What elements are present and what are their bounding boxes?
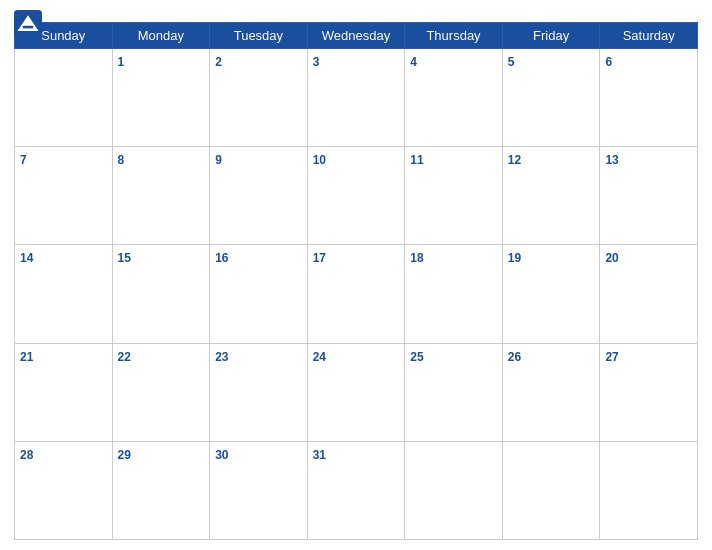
day-number: 30	[215, 448, 228, 462]
calendar-cell: 3	[307, 49, 405, 147]
calendar-cell	[15, 49, 113, 147]
calendar-cell: 5	[502, 49, 600, 147]
logo	[14, 10, 44, 38]
calendar-cell	[405, 441, 503, 539]
calendar-cell: 21	[15, 343, 113, 441]
calendar-cell: 26	[502, 343, 600, 441]
day-number: 15	[118, 251, 131, 265]
day-number: 27	[605, 350, 618, 364]
day-number: 22	[118, 350, 131, 364]
day-number: 21	[20, 350, 33, 364]
week-row-2: 78910111213	[15, 147, 698, 245]
day-header-wednesday: Wednesday	[307, 23, 405, 49]
day-number: 6	[605, 55, 612, 69]
calendar-cell: 10	[307, 147, 405, 245]
calendar-table: SundayMondayTuesdayWednesdayThursdayFrid…	[14, 22, 698, 540]
calendar-cell: 6	[600, 49, 698, 147]
day-number: 11	[410, 153, 423, 167]
day-header-monday: Monday	[112, 23, 210, 49]
day-number: 5	[508, 55, 515, 69]
calendar-cell: 16	[210, 245, 308, 343]
calendar-cell: 8	[112, 147, 210, 245]
day-number: 9	[215, 153, 222, 167]
day-number: 12	[508, 153, 521, 167]
day-number: 23	[215, 350, 228, 364]
calendar-header	[14, 10, 698, 18]
calendar-wrapper: SundayMondayTuesdayWednesdayThursdayFrid…	[0, 0, 712, 550]
calendar-cell: 20	[600, 245, 698, 343]
day-number: 2	[215, 55, 222, 69]
calendar-cell: 27	[600, 343, 698, 441]
logo-icon	[14, 10, 42, 38]
week-row-4: 21222324252627	[15, 343, 698, 441]
calendar-cell: 2	[210, 49, 308, 147]
day-header-thursday: Thursday	[405, 23, 503, 49]
calendar-cell: 1	[112, 49, 210, 147]
days-header-row: SundayMondayTuesdayWednesdayThursdayFrid…	[15, 23, 698, 49]
calendar-cell: 30	[210, 441, 308, 539]
day-number: 7	[20, 153, 27, 167]
day-number: 1	[118, 55, 125, 69]
day-number: 16	[215, 251, 228, 265]
calendar-cell: 15	[112, 245, 210, 343]
calendar-cell: 12	[502, 147, 600, 245]
calendar-cell: 31	[307, 441, 405, 539]
calendar-cell	[502, 441, 600, 539]
calendar-cell: 7	[15, 147, 113, 245]
calendar-cell: 19	[502, 245, 600, 343]
week-row-3: 14151617181920	[15, 245, 698, 343]
day-number: 17	[313, 251, 326, 265]
day-number: 3	[313, 55, 320, 69]
day-header-friday: Friday	[502, 23, 600, 49]
calendar-cell: 23	[210, 343, 308, 441]
calendar-cell	[600, 441, 698, 539]
day-number: 26	[508, 350, 521, 364]
day-header-saturday: Saturday	[600, 23, 698, 49]
calendar-cell: 4	[405, 49, 503, 147]
week-row-5: 28293031	[15, 441, 698, 539]
day-number: 24	[313, 350, 326, 364]
day-number: 18	[410, 251, 423, 265]
day-number: 25	[410, 350, 423, 364]
calendar-cell: 17	[307, 245, 405, 343]
calendar-cell: 9	[210, 147, 308, 245]
day-number: 13	[605, 153, 618, 167]
day-number: 31	[313, 448, 326, 462]
calendar-cell: 28	[15, 441, 113, 539]
day-number: 28	[20, 448, 33, 462]
day-number: 19	[508, 251, 521, 265]
calendar-cell: 25	[405, 343, 503, 441]
day-number: 14	[20, 251, 33, 265]
calendar-cell: 11	[405, 147, 503, 245]
svg-rect-2	[23, 26, 34, 29]
day-number: 20	[605, 251, 618, 265]
day-number: 4	[410, 55, 417, 69]
calendar-cell: 18	[405, 245, 503, 343]
day-number: 29	[118, 448, 131, 462]
day-number: 8	[118, 153, 125, 167]
calendar-cell: 24	[307, 343, 405, 441]
calendar-cell: 29	[112, 441, 210, 539]
calendar-cell: 14	[15, 245, 113, 343]
week-row-1: 123456	[15, 49, 698, 147]
calendar-cell: 13	[600, 147, 698, 245]
day-number: 10	[313, 153, 326, 167]
calendar-cell: 22	[112, 343, 210, 441]
day-header-tuesday: Tuesday	[210, 23, 308, 49]
